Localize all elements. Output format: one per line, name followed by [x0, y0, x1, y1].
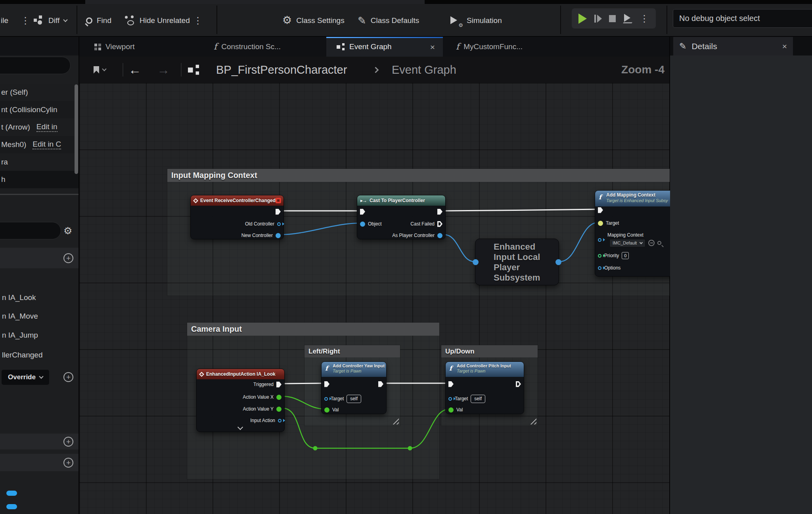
variable-type-pill[interactable] [6, 491, 17, 496]
pin-target[interactable]: Target self [448, 394, 485, 403]
exec-out-pin[interactable] [378, 380, 383, 388]
add-button[interactable] [63, 253, 73, 263]
expand-pins-chevron-icon[interactable] [237, 424, 243, 430]
browse-icon[interactable] [657, 241, 661, 245]
my-blueprint-search-input[interactable] [0, 222, 61, 239]
pin-action-value-y[interactable]: Action Value Y [243, 405, 282, 413]
exec-in-pin[interactable] [360, 207, 365, 216]
pin-input-action[interactable]: Input Action [250, 416, 282, 425]
exec-out-pin[interactable] [276, 207, 281, 216]
pin-action-value-x[interactable]: Action Value X [243, 393, 282, 401]
sidebar-splitter[interactable] [79, 37, 79, 514]
event-graph-canvas[interactable]: Input Mapping Context Camera Input Left/… [79, 83, 670, 514]
hide-unrelated-options-button[interactable] [193, 4, 203, 37]
pin-mapping-context[interactable] [598, 235, 601, 244]
close-icon[interactable] [782, 42, 787, 50]
exec-in-pin[interactable] [324, 380, 329, 388]
edit-in-link[interactable]: Edit in [36, 122, 57, 132]
graph-list-item[interactable]: n IA_Move [0, 309, 79, 324]
add-function-button[interactable] [63, 372, 73, 382]
pin-new-controller[interactable]: New Controller [241, 231, 281, 240]
forward-button[interactable] [157, 57, 170, 83]
tab-details[interactable]: Details [673, 37, 793, 55]
find-button[interactable]: Find [86, 4, 111, 37]
component-row[interactable]: nt (CollisionCylin [0, 101, 79, 118]
resize-handle[interactable] [393, 418, 399, 424]
breadcrumb-graph[interactable]: Event Graph [392, 57, 456, 83]
class-defaults-button[interactable]: Class Defaults [358, 4, 419, 37]
use-selected-icon[interactable] [648, 240, 655, 246]
frame-skip-button[interactable] [594, 14, 601, 23]
node-add-mapping-context[interactable]: Add Mapping Context Target is Enhanced I… [595, 190, 670, 277]
add-button[interactable] [63, 458, 73, 468]
debug-object-dropdown[interactable]: No debug object select [673, 9, 812, 28]
output-pin[interactable] [555, 259, 561, 265]
component-row[interactable]: t (Arrow) Edit in [0, 118, 79, 136]
simulation-button[interactable]: Simulation [450, 4, 502, 37]
play-button[interactable] [578, 13, 587, 24]
compile-button[interactable]: ile [1, 4, 8, 37]
class-settings-button[interactable]: Class Settings [282, 4, 345, 37]
hide-unrelated-button[interactable]: Hide Unrelated [125, 4, 190, 37]
node-enhanced-input-action-ia-look[interactable]: EnhancedInputAction IA_Look Triggered Ac… [196, 369, 285, 432]
pin-old-controller[interactable]: Old Controller [245, 220, 281, 228]
pin-val[interactable]: Val [324, 405, 339, 414]
pin-options[interactable]: Options [598, 264, 620, 272]
pin-cast-failed[interactable]: Cast Failed [410, 220, 442, 228]
graph-list-item[interactable]: n IA_Look [0, 290, 79, 305]
pin-object[interactable]: Object [360, 220, 382, 228]
priority-input[interactable]: 0 [622, 252, 629, 259]
node-add-controller-yaw-input[interactable]: Add Controller Yaw Input Target is Pawn … [321, 361, 387, 414]
pin-priority[interactable]: Priority 0 [598, 251, 629, 260]
node-enhanced-input-subsystem[interactable]: Enhanced Input Local Player Subsystem [475, 239, 559, 285]
comment-header[interactable]: Left/Right [304, 345, 400, 357]
my-blueprint-section-header[interactable] [0, 248, 79, 268]
back-button[interactable] [128, 57, 141, 83]
add-button[interactable] [63, 437, 73, 447]
breadcrumb-asset[interactable]: BP_FirstPersonCharacter [216, 57, 347, 83]
macros-section-header[interactable] [0, 434, 79, 449]
edit-in-link[interactable]: Edit in C [33, 140, 61, 149]
exec-in-pin[interactable] [448, 380, 454, 388]
graph-list-item[interactable]: n IA_Jump [0, 328, 79, 343]
launch-button[interactable] [623, 14, 632, 23]
comment-header[interactable]: Camera Input [187, 323, 439, 336]
resize-handle[interactable] [530, 418, 536, 424]
component-row[interactable]: ra [0, 153, 79, 171]
exec-in-pin[interactable] [598, 206, 603, 214]
play-options-button[interactable] [640, 14, 649, 23]
node-cast-to-playercontroller[interactable]: Cast To PlayerController Object Cast Fai… [357, 195, 446, 239]
components-scrollbar[interactable] [75, 84, 78, 174]
close-icon[interactable] [430, 43, 435, 51]
pin-target[interactable]: Target self [324, 394, 361, 403]
compile-options-button[interactable] [21, 4, 30, 37]
tab-viewport[interactable]: Viewport [94, 37, 135, 57]
pin-val[interactable]: Val [448, 405, 463, 414]
components-search-input[interactable] [0, 57, 71, 74]
component-row[interactable]: h [0, 171, 79, 188]
tab-my-custom-func[interactable]: MyCustomFunc... [456, 37, 523, 57]
stop-button[interactable] [609, 15, 616, 22]
override-dropdown[interactable]: Override [2, 370, 49, 385]
node-event-receive-controller-changed[interactable]: Event ReceiveControllerChanged Old Contr… [190, 195, 284, 239]
exec-out-pin[interactable] [437, 207, 442, 216]
bookmarks-button[interactable] [94, 57, 106, 83]
mapping-context-dropdown[interactable]: IMC_Default [609, 239, 645, 247]
component-row[interactable]: er (Self) [0, 84, 79, 101]
variable-type-pill[interactable] [6, 504, 17, 509]
exec-out-pin[interactable] [516, 380, 521, 388]
tab-event-graph[interactable]: Event Graph [326, 37, 443, 57]
component-row[interactable]: Mesh0) Edit in C [0, 136, 79, 153]
comment-header[interactable]: Input Mapping Context [167, 169, 670, 182]
graph-list-item[interactable]: llerChanged [0, 348, 79, 363]
diff-button[interactable]: Diff [34, 4, 67, 37]
node-add-controller-pitch-input[interactable]: Add Controller Pitch Input Target is Paw… [445, 361, 524, 414]
input-pin[interactable] [473, 259, 479, 265]
my-blueprint-settings-button[interactable] [63, 223, 72, 238]
pin-target[interactable]: Target [598, 219, 619, 227]
panel-splitter[interactable] [0, 194, 79, 195]
variables-section-header[interactable] [0, 454, 79, 471]
tab-construction-script[interactable]: Construction Sc... [214, 37, 281, 57]
pin-triggered[interactable]: Triggered [253, 380, 282, 389]
pin-as-player-controller[interactable]: As Player Controller [392, 231, 442, 240]
